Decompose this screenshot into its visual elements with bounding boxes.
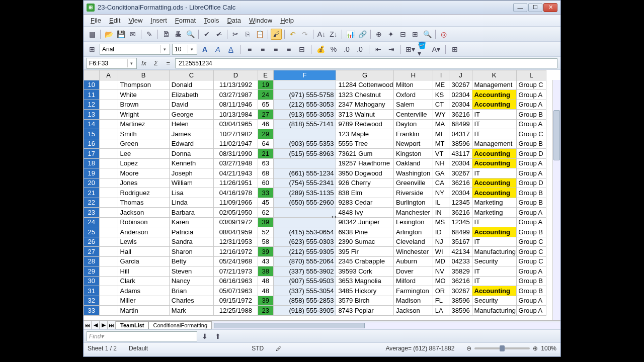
cell[interactable]: Sandra — [169, 237, 213, 247]
cell[interactable]: 30267 — [449, 168, 472, 178]
cell[interactable]: WY — [433, 110, 449, 120]
cell[interactable]: 30267 — [449, 80, 472, 90]
cell[interactable]: Manufacturing — [472, 306, 516, 316]
cell[interactable]: 29 — [258, 129, 273, 139]
cell[interactable]: Group A — [516, 266, 546, 277]
cell[interactable]: 03/04/1965 — [213, 119, 258, 129]
cell[interactable]: Mark — [169, 306, 213, 316]
borders-icon[interactable]: ⊞▾ — [405, 44, 416, 55]
cell-reference-box[interactable]: F6:F33▾ — [87, 58, 137, 69]
cell[interactable] — [99, 158, 118, 168]
cell[interactable]: Group A — [516, 119, 546, 129]
col-header-B[interactable]: B — [118, 70, 169, 80]
cell[interactable]: (515) 555-8963 — [273, 149, 336, 159]
cell[interactable]: 35167 — [449, 237, 472, 247]
cell[interactable]: NH — [433, 158, 449, 168]
cell[interactable]: 36216 — [449, 178, 472, 188]
find-input[interactable]: Find ▾ — [87, 331, 197, 341]
cell[interactable]: LA — [433, 306, 449, 316]
cell[interactable]: 38596 — [449, 139, 472, 149]
cell[interactable]: (415) 553-0654 — [273, 227, 336, 237]
cell[interactable]: Group D — [516, 178, 546, 188]
cell[interactable]: 39 — [258, 296, 273, 306]
find-prev-icon[interactable]: ⬆ — [212, 331, 223, 342]
cell[interactable]: 36216 — [449, 110, 472, 120]
row-header[interactable]: 16 — [84, 139, 100, 149]
cell[interactable]: Farmington — [393, 286, 433, 296]
zoom-in-icon[interactable]: ⊕ — [533, 345, 538, 352]
cell[interactable]: 48 — [258, 276, 273, 286]
cell[interactable]: Burlington — [393, 198, 433, 208]
cell[interactable]: KS — [433, 90, 449, 100]
cell[interactable] — [273, 80, 336, 90]
cell[interactable]: MA — [433, 119, 449, 129]
cell[interactable]: White — [118, 90, 169, 100]
cell[interactable]: IT — [472, 217, 516, 227]
cell[interactable]: 3485 Hickory — [336, 286, 394, 296]
cell[interactable]: 3653 Magnolia — [336, 276, 394, 286]
percent-icon[interactable]: % — [328, 44, 339, 55]
cell[interactable]: Salem — [393, 100, 433, 110]
grid-icon[interactable]: ⊞ — [410, 29, 421, 40]
cell[interactable]: Franklin — [393, 129, 433, 139]
cell[interactable] — [273, 208, 336, 218]
function-wizard-icon[interactable]: fx — [139, 58, 149, 68]
cell[interactable]: Manufacturing — [472, 247, 516, 257]
cell[interactable] — [99, 129, 118, 139]
cell[interactable]: 02/05/1950 — [213, 208, 258, 218]
cell[interactable] — [99, 168, 118, 178]
cell[interactable] — [99, 80, 118, 90]
cell[interactable]: Group B — [516, 139, 546, 149]
cell[interactable]: (818) 555-7141 — [273, 119, 336, 129]
cell[interactable]: 05/24/1968 — [213, 256, 258, 266]
cell[interactable]: (903) 555-5353 — [273, 139, 336, 149]
maximize-button[interactable]: ☐ — [528, 3, 542, 12]
cell[interactable]: 2347 Mahogany — [336, 100, 394, 110]
cell[interactable]: Adams — [118, 286, 169, 296]
fontcolor-icon[interactable]: A▾ — [431, 44, 442, 55]
cell[interactable]: 9789 Redwood — [336, 119, 394, 129]
cell[interactable]: 19 — [258, 80, 273, 90]
cell[interactable]: Lee — [118, 149, 169, 159]
cell[interactable]: FL — [433, 296, 449, 306]
row-header[interactable]: 12 — [84, 100, 100, 110]
preview-icon[interactable]: 🔍 — [185, 29, 196, 40]
cell[interactable]: IT — [472, 266, 516, 277]
cell[interactable]: 30267 — [449, 286, 472, 296]
email-icon[interactable]: ✉ — [127, 29, 138, 40]
cell[interactable]: 36216 — [449, 208, 472, 218]
bold-icon[interactable]: A — [199, 44, 210, 55]
cell[interactable] — [99, 198, 118, 208]
cell[interactable]: IN — [433, 208, 449, 218]
cell[interactable]: Group A — [516, 208, 546, 218]
cell[interactable]: Manchester — [393, 208, 433, 218]
cell[interactable] — [99, 110, 118, 120]
cell[interactable]: IT — [472, 168, 516, 178]
cell[interactable]: Management — [472, 139, 516, 149]
cell[interactable]: Group A — [516, 158, 546, 168]
cell[interactable]: Steven — [169, 266, 213, 277]
cell[interactable]: Group B — [516, 276, 546, 286]
merge-icon[interactable]: ⊟ — [296, 44, 307, 55]
cell[interactable]: 05/07/1963 — [213, 286, 258, 296]
cell[interactable]: Clark — [118, 276, 169, 286]
cell[interactable]: Group C — [516, 256, 546, 266]
cell[interactable]: Winchester — [393, 247, 433, 257]
cell[interactable]: Washington — [393, 168, 433, 178]
tab-prev-icon[interactable]: ◀ — [92, 321, 100, 329]
cell[interactable] — [99, 276, 118, 286]
menu-view[interactable]: View — [124, 15, 146, 26]
cell[interactable] — [99, 149, 118, 159]
cell[interactable]: NV — [433, 266, 449, 277]
cell[interactable]: (337) 555-3054 — [273, 286, 336, 296]
formula-input[interactable]: 2125551234 — [175, 58, 557, 68]
cell[interactable]: Accounting — [472, 227, 516, 237]
cell[interactable]: Kingston — [393, 149, 433, 159]
cell[interactable]: Garcia — [118, 256, 169, 266]
cell[interactable]: 9283 Cedar — [336, 198, 394, 208]
tab-next-icon[interactable]: ▶ — [100, 321, 108, 329]
pdf-icon[interactable]: 🖺 — [160, 29, 172, 40]
row-header[interactable]: 22 — [84, 198, 100, 208]
cell[interactable]: Smith — [118, 129, 169, 139]
cell[interactable]: Lisa — [169, 188, 213, 198]
